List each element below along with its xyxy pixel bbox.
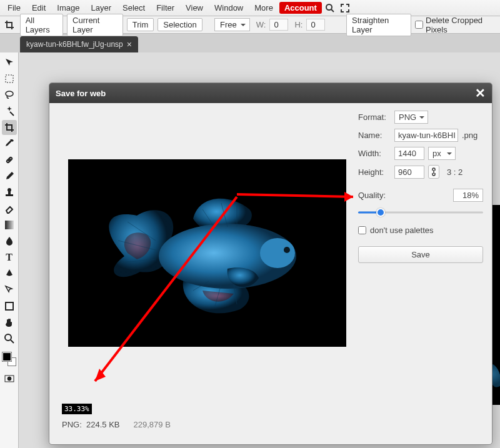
gradient-tool[interactable] xyxy=(2,217,17,232)
delete-cropped-label: Delete Cropped Pixels xyxy=(426,16,498,34)
width-label: Width: xyxy=(358,149,391,158)
color-swatch[interactable] xyxy=(2,352,16,366)
svg-rect-2 xyxy=(6,75,13,82)
menu-more[interactable]: More xyxy=(249,1,278,14)
status-format: PNG: xyxy=(62,420,82,429)
slider-knob[interactable] xyxy=(376,208,385,217)
svg-marker-24 xyxy=(95,369,106,381)
menu-image[interactable]: Image xyxy=(52,1,84,14)
palettes-label: don't use palettes xyxy=(370,226,434,235)
workspace: T Save for web ✕ xyxy=(0,52,500,448)
stamp-tool[interactable] xyxy=(2,185,17,200)
menu-select[interactable]: Select xyxy=(118,1,150,14)
close-icon[interactable]: ✕ xyxy=(475,87,486,99)
brush-tool[interactable] xyxy=(2,169,17,184)
svg-point-16 xyxy=(8,377,11,381)
quality-label: Quality: xyxy=(358,191,386,200)
shape-tool[interactable] xyxy=(2,299,17,314)
all-layers-button[interactable]: All Layers xyxy=(20,14,63,36)
blur-tool[interactable] xyxy=(2,234,17,249)
move-tool[interactable] xyxy=(2,55,17,70)
save-button[interactable]: Save xyxy=(358,246,483,263)
ratio-dropdown[interactable]: Free xyxy=(214,18,250,31)
svg-point-9 xyxy=(8,188,11,192)
tool-options-bar: All Layers Current Layer Trim Selection … xyxy=(0,16,500,34)
name-field[interactable]: kyaw-tun-k6BHI xyxy=(394,129,458,142)
dialog-title: Save for web xyxy=(56,89,106,98)
crop-icon xyxy=(2,20,16,30)
menu-window[interactable]: Window xyxy=(209,1,248,14)
width-label: W: xyxy=(256,20,266,29)
svg-point-3 xyxy=(6,91,13,96)
trim-button[interactable]: Trim xyxy=(127,18,154,31)
crop-tool[interactable] xyxy=(2,120,17,135)
current-layer-button[interactable]: Current Layer xyxy=(67,14,123,36)
document-tab-strip: kyaw-tun-k6BHLfw_jUg-unsp × xyxy=(0,34,500,52)
lasso-tool[interactable] xyxy=(2,87,17,102)
fullscreen-icon[interactable] xyxy=(338,1,352,15)
format-label: Format: xyxy=(358,112,391,122)
eraser-tool[interactable] xyxy=(2,201,17,216)
dialog-titlebar[interactable]: Save for web ✕ xyxy=(49,83,492,103)
toolbox: T xyxy=(0,52,19,448)
svg-point-0 xyxy=(326,4,332,10)
svg-line-4 xyxy=(10,112,14,116)
wand-tool[interactable] xyxy=(2,104,17,119)
format-dropdown[interactable]: PNG xyxy=(394,111,428,124)
crop-height-field[interactable]: 0 xyxy=(306,19,325,31)
zoom-tool[interactable] xyxy=(2,331,17,346)
close-icon[interactable]: × xyxy=(127,39,132,49)
selection-button[interactable]: Selection xyxy=(158,18,202,31)
svg-point-20 xyxy=(284,247,290,253)
straighten-button[interactable]: Straighten Layer xyxy=(346,14,411,36)
crop-width-field[interactable]: 0 xyxy=(269,19,288,31)
delete-cropped-input[interactable] xyxy=(415,21,423,29)
canvas-edge xyxy=(491,205,500,405)
svg-point-13 xyxy=(5,334,11,341)
account-button[interactable]: Account xyxy=(279,2,322,14)
path-select-tool[interactable] xyxy=(2,282,17,297)
menu-filter[interactable]: Filter xyxy=(151,1,179,14)
width-unit-dropdown[interactable]: px xyxy=(428,147,456,160)
eyedropper-tool[interactable] xyxy=(2,136,17,151)
heal-tool[interactable] xyxy=(2,152,17,167)
image-preview[interactable] xyxy=(68,159,346,347)
file-size-status: PNG: 224.5 KB 229,879 B xyxy=(62,420,171,429)
menu-layer[interactable]: Layer xyxy=(86,1,117,14)
palettes-checkbox[interactable]: don't use palettes xyxy=(358,226,483,235)
zoom-badge[interactable]: 33.33% xyxy=(62,404,92,414)
menu-file[interactable]: File xyxy=(2,1,26,14)
export-options-panel: Format: PNG Name: kyaw-tun-k6BHI .png Wi… xyxy=(358,111,483,263)
quality-slider[interactable] xyxy=(358,208,483,217)
name-label: Name: xyxy=(358,131,391,140)
palettes-input[interactable] xyxy=(358,226,366,234)
link-dimensions-button[interactable] xyxy=(428,165,439,179)
width-field[interactable]: 1440 xyxy=(394,147,424,160)
type-tool[interactable]: T xyxy=(2,250,17,265)
menu-view[interactable]: View xyxy=(181,1,208,14)
aspect-ratio: 3 : 2 xyxy=(447,167,462,177)
hand-tool[interactable] xyxy=(2,315,17,330)
svg-line-1 xyxy=(331,9,334,12)
search-icon[interactable] xyxy=(323,1,337,15)
marquee-tool[interactable] xyxy=(2,71,17,86)
svg-rect-12 xyxy=(6,302,13,310)
quality-value-field[interactable]: 18% xyxy=(453,189,483,202)
save-for-web-dialog: Save for web ✕ xyxy=(49,82,492,445)
name-extension: .png xyxy=(462,131,478,140)
delete-cropped-checkbox[interactable]: Delete Cropped Pixels xyxy=(415,16,498,34)
svg-rect-7 xyxy=(6,194,13,196)
status-bytes: 229,879 B xyxy=(134,420,171,429)
height-field[interactable]: 960 xyxy=(394,166,424,179)
pen-tool[interactable] xyxy=(2,266,17,281)
betta-fish-image xyxy=(68,159,346,347)
svg-rect-10 xyxy=(5,221,14,229)
menu-edit[interactable]: Edit xyxy=(27,1,51,14)
document-tab[interactable]: kyaw-tun-k6BHLfw_jUg-unsp × xyxy=(20,36,138,52)
svg-line-14 xyxy=(11,340,14,343)
svg-point-19 xyxy=(260,238,295,268)
document-tab-label: kyaw-tun-k6BHLfw_jUg-unsp xyxy=(26,40,123,49)
svg-point-11 xyxy=(8,276,10,278)
height-label: Height: xyxy=(358,167,391,177)
quick-mask-toggle[interactable] xyxy=(2,371,17,386)
